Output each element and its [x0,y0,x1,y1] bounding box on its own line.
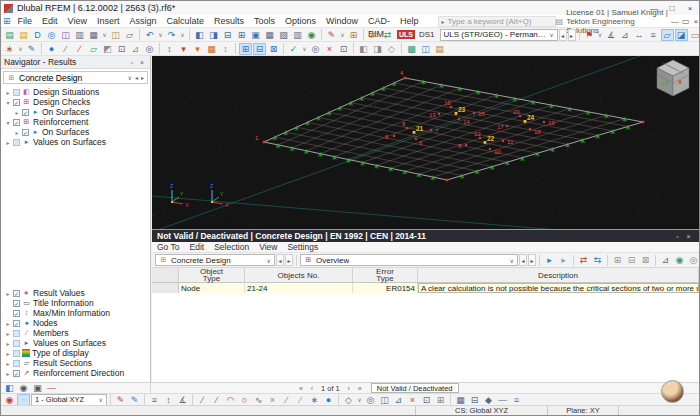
undo-icon[interactable]: ↶ [143,29,156,41]
hinge-tool-icon[interactable]: ◎ [143,43,156,55]
column-header-object-type[interactable]: Object Type [179,268,245,282]
table-export-icon[interactable]: ⊠ [639,254,652,266]
color-scale-icon[interactable]: ▩ [405,43,418,55]
3d-viewport[interactable]: 4121587623161315142420171918221291110ZXY… [152,56,700,229]
panel-menu-view[interactable]: View [254,241,282,254]
prev-record-button[interactable]: ‹ [307,385,317,392]
menu-edit[interactable]: Edit [37,15,63,28]
column-header-objects-no-[interactable]: Objects No. [245,268,353,282]
work-plane-icon[interactable]: ▫ [17,394,30,406]
visibility-icon[interactable]: ◉ [305,29,318,41]
tree-item-title-information[interactable]: ✓▭Title Information [1,298,150,308]
redo-icon[interactable]: ↷ [165,29,178,41]
mesh-icon[interactable]: ⊞ [239,43,252,55]
tree-item-reinforcement-direction[interactable]: ▸✓↗Reinforcement Direction [1,368,150,378]
panel-menu-selection[interactable]: Selection [209,241,254,254]
user-avatar[interactable] [661,380,684,403]
checkbox[interactable] [13,340,20,347]
dlubal-cloud-icon[interactable]: D [31,29,44,41]
menu-view[interactable]: View [63,15,92,28]
rotate-icon[interactable]: ◎ [364,394,377,406]
window-single-icon[interactable]: ◧ [193,29,206,41]
close-panel-icon[interactable]: × [137,59,147,66]
tree-item-result-values[interactable]: ▸✓∗Result Values [1,288,150,298]
checkbox[interactable]: ✓ [13,300,20,307]
menu-assign[interactable]: Assign [124,15,161,28]
ortho-toggle-icon[interactable]: ⊟ [468,394,481,406]
extend-icon[interactable]: ∕ [280,394,293,406]
select-all-icon[interactable]: ⊡ [420,394,433,406]
table-view-icon[interactable]: ⊞ [611,254,624,266]
check-model-icon[interactable]: ✓ [287,43,300,55]
guide-lines-icon[interactable]: ⊿ [619,29,632,41]
navigation-cube[interactable]: +YX [657,60,689,96]
redo-menu-arrow[interactable]: ∨ [179,29,186,41]
panel-menu-settings[interactable]: Settings [282,241,323,254]
member-load-icon[interactable]: ▾ [191,43,204,55]
section-icon[interactable]: ▱ [661,29,674,41]
angle-dim-icon[interactable]: ∡ [176,394,189,406]
checkbox[interactable]: ✓ [13,370,20,377]
next-record-button[interactable]: › [344,385,354,392]
close-panel-icon[interactable]: × [683,233,694,240]
result-values-tool-icon[interactable]: ⊡ [337,43,350,55]
menu-file[interactable]: File [13,15,38,28]
column-header-row-selector[interactable] [152,268,179,282]
checkbox[interactable]: ✓ [13,99,20,106]
ruler-icon[interactable]: ≡ [148,394,161,406]
menu-calculate[interactable]: Calculate [161,15,209,28]
tree-item-on-surfaces[interactable]: ▸✓▸On Surfaces [1,107,150,117]
regenerate-icon[interactable]: ◎ [309,43,322,55]
expand-chevron-icon[interactable]: ▾ [5,99,11,106]
delete-results-icon[interactable]: × [323,43,336,55]
expand-chevron-icon[interactable]: ▸ [5,89,11,96]
expand-chevron-icon[interactable]: ▸ [14,109,20,116]
prev-design-button[interactable]: ◂ [276,254,284,266]
checkbox[interactable]: ✓ [22,109,29,116]
jump-to-model-icon[interactable]: ⇄ [577,254,590,266]
window-split-icon[interactable]: ◨ [207,29,220,41]
node-tool-icon[interactable]: ● [45,43,58,55]
user-view-icon[interactable]: ◨ [371,43,384,55]
expand-chevron-icon[interactable]: ▸ [5,370,11,377]
trim-icon[interactable]: × [266,394,279,406]
view-select[interactable]: 1 - Global XYZ ∨ [31,394,107,406]
solid-tool-icon[interactable]: ◩ [101,43,114,55]
scale-icon[interactable]: ⊿ [392,394,405,406]
select-in-model-icon[interactable]: ▸ [543,254,556,266]
tree-item-max-min-information[interactable]: ✓↕Max/Min Information [1,308,150,318]
auto-refresh-off-icon[interactable]: ◎ [687,254,700,266]
paste-icon[interactable]: ▱ [123,29,136,41]
panel-icon[interactable]: ◫ [419,43,432,55]
tree-item-values-on-surfaces[interactable]: ▸▸Values on Surfaces [1,137,150,147]
menu-results[interactable]: Results [209,15,249,28]
result-table-icon[interactable]: ⊞ [347,29,360,41]
circle-icon[interactable]: ○ [238,394,251,406]
intersect-icon[interactable]: ∕ [294,394,307,406]
prev-combination-button[interactable]: ◂ [559,29,567,41]
select-menu-arrow[interactable]: ∨ [17,43,24,55]
zoom-select-icon[interactable]: ◉ [3,394,16,406]
support-tool-icon[interactable]: ⊿ [129,43,142,55]
open-model-icon[interactable]: ▤ [17,29,30,41]
panel-menu-edit[interactable]: Edit [185,241,210,254]
new-window-icon[interactable]: ⊞ [235,29,248,41]
menu-cad-bim[interactable]: CAD-BIM [363,15,395,28]
spline-icon[interactable]: ∿ [252,394,265,406]
edit-pencil-icon[interactable]: ✎ [114,394,127,406]
mesh-settings-icon[interactable]: ⊟ [253,43,266,55]
undo-menu-arrow[interactable]: ∨ [157,29,164,41]
menu-insert[interactable]: Insert [92,15,125,28]
next-view-button[interactable]: ▸ [528,254,536,266]
prev-view-button[interactable]: ◂ [519,254,527,266]
mdi-close-button[interactable]: × [693,17,699,26]
favorites-icon[interactable]: ⚑ [583,29,596,41]
menu-help[interactable]: Help [395,15,424,28]
edit-pencil-icon[interactable]: ✎ [25,43,38,55]
node-insert-icon[interactable]: ● [322,394,335,406]
expand-chevron-icon[interactable]: ▸ [5,360,11,367]
load-combination-select[interactable]: ULS (STR/GEO) - Permanent a... ∨ [440,29,558,41]
move-icon[interactable]: ◇ [342,394,355,406]
print-icon[interactable]: ▦ [87,29,100,41]
prev-design-icon[interactable]: ◂ [135,74,138,81]
